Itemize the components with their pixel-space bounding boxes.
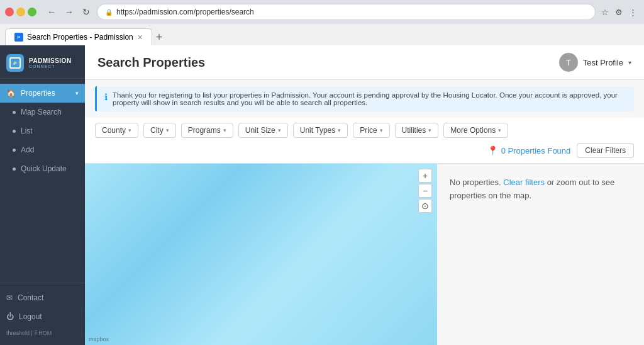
sidebar-item-logout[interactable]: ⏻ Logout	[0, 307, 85, 326]
utilities-filter-button[interactable]: Utilities ▾	[395, 123, 439, 138]
city-label: City	[150, 126, 164, 135]
logo-icon-inner: P	[9, 57, 21, 69]
menu-button[interactable]: ⋮	[627, 6, 639, 19]
tab-title: Search Properties - Padmission	[27, 33, 133, 42]
forward-button[interactable]: →	[62, 6, 77, 18]
filter-arrow-icon: ▾	[278, 127, 281, 133]
sidebar-logo: P PADMISSION CONNECT	[0, 45, 85, 79]
county-label: County	[102, 126, 126, 135]
content-header: Search Properties T Test Profile ▾	[85, 45, 644, 80]
more-options-filter-button[interactable]: More Options ▾	[443, 123, 508, 138]
properties-found: 📍 0 Properties Found	[487, 145, 571, 156]
back-button[interactable]: ←	[44, 6, 59, 18]
price-label: Price	[360, 126, 377, 135]
map-area[interactable]: + − ⊙ mapbox	[85, 164, 437, 345]
logo-subtitle: CONNECT	[29, 64, 72, 69]
zoom-in-button[interactable]: +	[418, 169, 432, 183]
info-banner: ℹ Thank you for registering to list your…	[95, 86, 634, 111]
sidebar: P PADMISSION CONNECT 🏠 Properties ▾ Map …	[0, 45, 85, 345]
tab-favicon: P	[14, 33, 23, 42]
url-text: https://padmission.com/properties/search	[116, 8, 587, 16]
sidebar-item-label: Map Search	[21, 108, 62, 116]
clear-filters-link[interactable]: Clear filters	[503, 178, 545, 187]
browser-actions: ☆ ⚙ ⋮	[599, 6, 639, 19]
page-title: Search Properties	[97, 55, 205, 70]
browser-chrome: ← → ↻ 🔒 https://padmission.com/propertie…	[0, 0, 644, 45]
sidebar-item-list[interactable]: List	[0, 122, 85, 140]
sidebar-nav: 🏠 Properties ▾ Map Search List Add Quick…	[0, 79, 85, 283]
active-tab[interactable]: P Search Properties - Padmission ✕	[5, 28, 152, 45]
filter-arrow-icon: ▾	[338, 127, 341, 133]
price-filter-button[interactable]: Price ▾	[353, 123, 389, 138]
sidebar-item-map-search[interactable]: Map Search	[0, 103, 85, 122]
dot-icon	[13, 149, 16, 152]
mail-icon: ✉	[6, 293, 13, 302]
more-options-label: More Options	[450, 126, 496, 135]
sidebar-item-label: List	[21, 127, 33, 135]
tab-close-button[interactable]: ✕	[137, 33, 143, 42]
results-panel: No properties. Clear filters or zoom out…	[437, 164, 644, 345]
sidebar-item-add[interactable]: Add	[0, 140, 85, 159]
dot-icon	[13, 167, 16, 171]
bookmark-button[interactable]: ☆	[599, 6, 611, 19]
close-window-button[interactable]	[5, 8, 14, 16]
sidebar-item-label: Contact	[18, 293, 43, 302]
city-filter-button[interactable]: City ▾	[143, 123, 176, 138]
county-filter-button[interactable]: County ▾	[95, 123, 138, 138]
chevron-down-icon: ▾	[75, 90, 79, 96]
programs-label: Programs	[188, 126, 221, 135]
filter-arrow-icon: ▾	[498, 127, 501, 133]
banner-message: Thank you for registering to list your p…	[113, 91, 626, 106]
no-properties-text-1: No properties.	[450, 178, 503, 187]
filter-bar: County ▾ City ▾ Programs ▾ Unit Size ▾ U…	[85, 118, 644, 164]
unit-types-filter-button[interactable]: Unit Types ▾	[293, 123, 348, 138]
unit-size-filter-button[interactable]: Unit Size ▾	[238, 123, 288, 138]
sidebar-item-label: Add	[21, 145, 34, 154]
minimize-window-button[interactable]	[16, 8, 25, 16]
dot-icon	[13, 130, 16, 133]
filter-arrow-icon: ▾	[428, 127, 431, 133]
logo-icon: P	[6, 54, 24, 72]
address-bar[interactable]: 🔒 https://padmission.com/properties/sear…	[97, 4, 596, 20]
new-tab-button[interactable]: +	[152, 31, 167, 44]
logo-title: PADMISSION	[29, 57, 72, 64]
sidebar-item-contact[interactable]: ✉ Contact	[0, 288, 85, 307]
logo-text: PADMISSION CONNECT	[29, 57, 72, 69]
info-icon: ℹ	[104, 92, 108, 102]
sidebar-item-properties[interactable]: 🏠 Properties ▾	[0, 84, 85, 103]
map-reset-button[interactable]: ⊙	[418, 199, 432, 213]
sidebar-bottom: ✉ Contact ⏻ Logout threshold | ⠿HOM	[0, 283, 85, 345]
unit-size-label: Unit Size	[245, 126, 275, 135]
avatar: T	[559, 53, 578, 72]
map-watermark: mapbox	[89, 336, 109, 342]
home-icon: 🏠	[6, 89, 16, 98]
sidebar-item-label: Quick Update	[21, 164, 67, 173]
programs-filter-button[interactable]: Programs ▾	[181, 123, 233, 138]
user-profile[interactable]: T Test Profile ▾	[559, 53, 631, 72]
maximize-window-button[interactable]	[28, 8, 36, 16]
properties-count: 0 Properties Found	[501, 146, 571, 156]
tab-bar: P Search Properties - Padmission ✕ +	[0, 24, 644, 45]
sidebar-item-label: Properties	[21, 89, 55, 98]
app-layout: P PADMISSION CONNECT 🏠 Properties ▾ Map …	[0, 45, 644, 345]
map-controls: + − ⊙	[418, 169, 432, 213]
no-properties-message: No properties. Clear filters or zoom out…	[450, 176, 631, 203]
zoom-out-button[interactable]: −	[418, 184, 432, 198]
clear-filters-button[interactable]: Clear Filters	[577, 143, 634, 158]
pin-icon: 📍	[487, 145, 498, 156]
filter-actions: 📍 0 Properties Found Clear Filters	[487, 143, 634, 158]
sidebar-footer: threshold | ⠿HOM	[0, 326, 85, 340]
main-content: Search Properties T Test Profile ▾ ℹ Tha…	[85, 45, 644, 345]
unit-types-label: Unit Types	[300, 126, 335, 135]
sidebar-item-label: Logout	[19, 312, 42, 321]
filter-arrow-icon: ▾	[223, 127, 226, 133]
map-and-list: + − ⊙ mapbox No properties. Clear filter…	[85, 164, 644, 345]
sidebar-item-quick-update[interactable]: Quick Update	[0, 159, 85, 178]
extensions-button[interactable]: ⚙	[613, 6, 625, 19]
footer-text: threshold | ⠿HOM	[6, 330, 52, 336]
utilities-label: Utilities	[402, 126, 426, 135]
filter-arrow-icon: ▾	[380, 127, 383, 133]
dot-icon	[13, 111, 16, 114]
map-background	[85, 164, 437, 345]
reload-button[interactable]: ↻	[79, 6, 93, 18]
